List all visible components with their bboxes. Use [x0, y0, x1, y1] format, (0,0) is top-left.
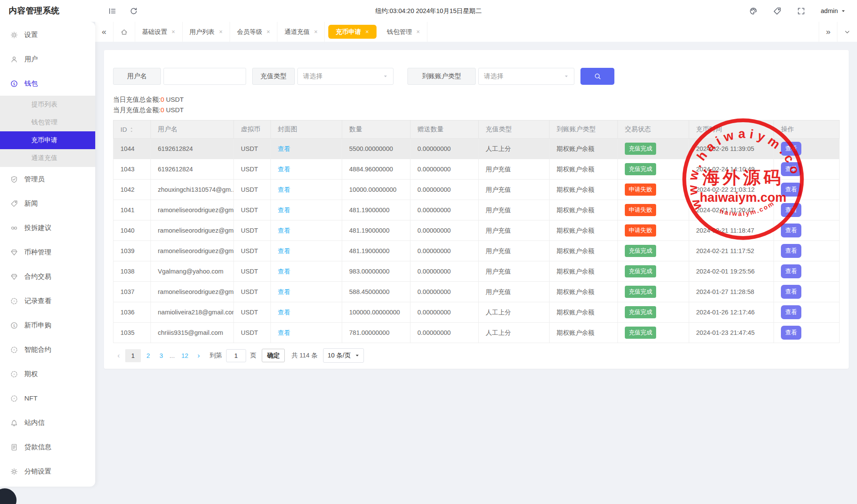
page-prev-button[interactable]: ‹: [113, 351, 124, 360]
cell-status: 充值完成: [618, 323, 689, 343]
page-button-2[interactable]: 2: [147, 352, 150, 359]
coin-icon: [10, 322, 18, 329]
sidebar-item-label: 站内信: [24, 418, 45, 427]
cover-view-link[interactable]: 查看: [278, 329, 290, 336]
page-size-select[interactable]: 10 条/页: [323, 348, 363, 363]
close-icon[interactable]: ×: [417, 28, 420, 35]
sidebar-item-coin-manage[interactable]: 币种管理: [0, 240, 95, 264]
cover-view-link[interactable]: 查看: [278, 247, 290, 254]
monthly-total-value: 0: [160, 106, 164, 113]
gem-icon: [10, 249, 18, 256]
page-current[interactable]: 1: [125, 349, 141, 362]
shield-icon: [10, 176, 18, 183]
cover-view-link[interactable]: 查看: [278, 227, 290, 234]
refresh-icon[interactable]: [130, 7, 138, 15]
recharge-type-select[interactable]: 请选择: [297, 68, 393, 85]
tag-icon[interactable]: [773, 7, 781, 15]
cover-view-link[interactable]: 查看: [278, 207, 290, 214]
username-input[interactable]: [163, 68, 246, 85]
cover-view-link[interactable]: 查看: [278, 145, 290, 152]
row-view-button[interactable]: 查看: [781, 142, 801, 156]
tab-recharge-apply[interactable]: 充币申请×: [328, 25, 376, 39]
sidebar-item-label: 贷款信息: [24, 443, 51, 452]
cover-view-link[interactable]: 查看: [278, 186, 290, 193]
sidebar-item-admins[interactable]: 管理员: [0, 167, 95, 191]
row-view-button[interactable]: 查看: [781, 244, 801, 258]
sidebar-subitem-label: 钱包管理: [31, 118, 57, 127]
tab-wallet-manage[interactable]: 钱包管理×: [380, 22, 427, 42]
cover-view-link[interactable]: 查看: [278, 288, 290, 295]
sidebar-item-smart-contract[interactable]: 智能合约: [0, 337, 95, 362]
sidebar-subitem-recharge-apply[interactable]: 充币申请: [0, 131, 95, 149]
sidebar-subitem-channel-recharge[interactable]: 通道充值: [0, 149, 95, 167]
jump-confirm-button[interactable]: 确定: [262, 349, 285, 362]
cell-quantity: 481.19000000: [342, 200, 410, 220]
cell-cover: 查看: [271, 200, 342, 220]
sidebar-item-record-view[interactable]: 记录查看: [0, 289, 95, 313]
tabs-menu-toggle[interactable]: [837, 22, 857, 42]
sidebar-item-nft[interactable]: NFT: [0, 386, 95, 411]
tab-user-list[interactable]: 用户列表×: [183, 22, 230, 42]
row-view-button[interactable]: 查看: [781, 183, 801, 197]
status-badge: 充值完成: [625, 265, 656, 277]
cell-coin: USDT: [234, 302, 271, 323]
cell-recharge-type: 用户充值: [479, 180, 550, 200]
close-icon[interactable]: ×: [365, 28, 369, 35]
close-icon[interactable]: ×: [267, 28, 270, 35]
clock-icon: [10, 370, 18, 378]
sidebar-toggle-icon[interactable]: [108, 7, 117, 15]
theme-palette-icon[interactable]: [749, 7, 757, 15]
account-type-select[interactable]: 请选择: [478, 68, 574, 85]
sidebar-item-distribution[interactable]: 分销设置: [0, 459, 95, 484]
sidebar-subitem-wallet-manage[interactable]: 钱包管理: [0, 113, 95, 131]
sidebar-item-contract-trade[interactable]: 合约交易: [0, 264, 95, 289]
cover-view-link[interactable]: 查看: [278, 309, 290, 316]
search-button[interactable]: [580, 68, 614, 85]
tab-home[interactable]: [113, 22, 135, 42]
sidebar-subitem-withdraw-list[interactable]: 提币列表: [0, 96, 95, 113]
tabs-scroll-right[interactable]: »: [819, 22, 837, 42]
sidebar-item-feedback[interactable]: 投拆建议: [0, 216, 95, 240]
caret-down-icon: [841, 9, 846, 13]
row-view-button[interactable]: 查看: [781, 264, 801, 278]
sort-icon[interactable]: [129, 127, 134, 133]
col-header-7: 到账账户类型: [550, 120, 618, 139]
monthly-total-unit: USDT: [164, 106, 184, 113]
sidebar-item-wallet[interactable]: 钱包: [0, 71, 95, 96]
sidebar-item-users[interactable]: 用户: [0, 47, 95, 71]
page-next-button[interactable]: ›: [193, 351, 204, 360]
fullscreen-icon[interactable]: [797, 7, 805, 15]
tabs-scroll-left[interactable]: «: [95, 22, 113, 42]
sidebar-item-loan-info[interactable]: 贷款信息: [0, 435, 95, 459]
user-menu[interactable]: admin: [821, 7, 846, 14]
row-view-button[interactable]: 查看: [781, 203, 801, 217]
tab-channel-recharge[interactable]: 通道充值×: [277, 22, 325, 42]
sidebar-item-settings[interactable]: 设置: [0, 23, 95, 47]
sidebar-item-news[interactable]: 新闻: [0, 191, 95, 216]
coin-icon: [10, 80, 18, 87]
row-view-button[interactable]: 查看: [781, 224, 801, 237]
cell-time: 2024-01-26 12:17:46: [689, 302, 774, 323]
cover-view-link[interactable]: 查看: [278, 166, 290, 173]
row-view-button[interactable]: 查看: [781, 326, 801, 340]
row-view-button[interactable]: 查看: [781, 305, 801, 319]
row-view-button[interactable]: 查看: [781, 162, 801, 176]
row-view-button[interactable]: 查看: [781, 285, 801, 299]
cell-bonus: 0.00000000: [410, 220, 479, 241]
cover-view-link[interactable]: 查看: [278, 268, 290, 275]
sidebar-item-site-mail[interactable]: 站内信: [0, 411, 95, 435]
tab-member-level[interactable]: 会员等级×: [230, 22, 277, 42]
sidebar-item-new-coin[interactable]: 新币申购: [0, 313, 95, 337]
cell-bonus: 0.00000000: [410, 323, 479, 343]
close-icon[interactable]: ×: [314, 28, 317, 35]
tab-basic-settings[interactable]: 基础设置×: [135, 22, 183, 42]
sidebar-item-options[interactable]: 期权: [0, 362, 95, 386]
cell-account-type: 期权账户余额: [550, 220, 618, 241]
table-row: 1038Vgalmang@yahoo.comUSDT查看983.00000000…: [113, 261, 840, 282]
page-button-12[interactable]: 12: [181, 352, 188, 359]
page-button-3[interactable]: 3: [160, 352, 163, 359]
jump-page-input[interactable]: [226, 349, 246, 362]
cell-recharge-type: 用户充值: [479, 261, 550, 282]
close-icon[interactable]: ×: [219, 28, 223, 35]
close-icon[interactable]: ×: [172, 28, 175, 35]
